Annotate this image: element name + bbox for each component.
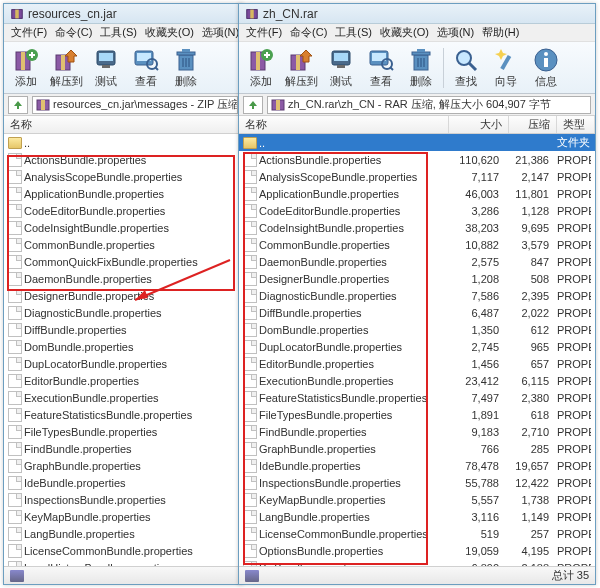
list-item-updir[interactable]: .. bbox=[4, 134, 242, 151]
col-header-packed[interactable]: 压缩 bbox=[509, 116, 557, 133]
toolbar-test[interactable]: 测试 bbox=[86, 44, 126, 92]
toolbar-add[interactable]: 添加 bbox=[6, 44, 46, 92]
list-item[interactable]: DesignerBundle.properties1,208508PROPE bbox=[239, 270, 595, 287]
menu-help[interactable]: 帮助(H) bbox=[479, 25, 522, 40]
toolbar-extract[interactable]: 解压到 bbox=[281, 44, 321, 92]
file-size: 7,497 bbox=[445, 392, 505, 404]
list-item[interactable]: LicenseCommonBundle.properties519257PROP… bbox=[239, 525, 595, 542]
menu-tools[interactable]: 工具(S) bbox=[332, 25, 375, 40]
list-item[interactable]: DomBundle.properties1,350612PROPE bbox=[239, 321, 595, 338]
toolbar-test[interactable]: 测试 bbox=[321, 44, 361, 92]
list-item[interactable]: LangBundle.properties3,1161,149PROPE bbox=[239, 508, 595, 525]
col-header-size[interactable]: 大小 bbox=[449, 116, 509, 133]
address-field[interactable]: zh_CN.rar\zh_CN - RAR 压缩, 解压大小 604,907 字… bbox=[267, 96, 591, 114]
list-item[interactable]: EditorBundle.properties bbox=[4, 372, 242, 389]
address-field[interactable]: resources_cn.jar\messages - ZIP 压缩 bbox=[32, 96, 238, 114]
col-header-name[interactable]: 名称 bbox=[4, 116, 242, 133]
list-item[interactable]: DesignerBundle.properties bbox=[4, 287, 242, 304]
toolbar-delete[interactable]: 删除 bbox=[166, 44, 206, 92]
titlebar-left[interactable]: resources_cn.jar bbox=[4, 4, 242, 24]
list-item[interactable]: CodeInsightBundle.properties38,2039,695P… bbox=[239, 219, 595, 236]
toolbar-extract[interactable]: 解压到 bbox=[46, 44, 86, 92]
file-type: PROPE bbox=[553, 426, 591, 438]
list-item[interactable]: PsiBundle.properties6,8902,188PROPE bbox=[239, 559, 595, 566]
list-item[interactable]: ActionsBundle.properties bbox=[4, 151, 242, 168]
list-item[interactable]: InspectionsBundle.properties bbox=[4, 491, 242, 508]
list-item[interactable]: IdeBundle.properties bbox=[4, 474, 242, 491]
list-item[interactable]: ExecutionBundle.properties bbox=[4, 389, 242, 406]
list-item-updir[interactable]: ..文件夹 bbox=[239, 134, 595, 151]
menu-command[interactable]: 命令(C) bbox=[287, 25, 330, 40]
list-item[interactable]: CommonQuickFixBundle.properties bbox=[4, 253, 242, 270]
list-item[interactable]: DaemonBundle.properties2,575847PROPE bbox=[239, 253, 595, 270]
list-item[interactable]: CodeEditorBundle.properties bbox=[4, 202, 242, 219]
list-item[interactable]: DiagnosticBundle.properties7,5862,395PRO… bbox=[239, 287, 595, 304]
titlebar-right[interactable]: zh_CN.rar bbox=[239, 4, 595, 24]
file-size: 1,891 bbox=[445, 409, 505, 421]
nav-up-button[interactable] bbox=[243, 96, 263, 114]
list-item[interactable]: GraphBundle.properties bbox=[4, 457, 242, 474]
menu-tools[interactable]: 工具(S) bbox=[97, 25, 140, 40]
toolbar-find[interactable]: 查找 bbox=[446, 44, 486, 92]
toolbar-wizard[interactable]: 向导 bbox=[486, 44, 526, 92]
menu-favorites[interactable]: 收藏夹(O) bbox=[142, 25, 197, 40]
file-size: 519 bbox=[445, 528, 505, 540]
toolbar-info[interactable]: 信息 bbox=[526, 44, 566, 92]
list-item[interactable]: DupLocatorBundle.properties bbox=[4, 355, 242, 372]
list-item[interactable]: ActionsBundle.properties110,62021,386PRO… bbox=[239, 151, 595, 168]
list-item[interactable]: LicenseCommonBundle.properties bbox=[4, 542, 242, 559]
list-item[interactable]: GraphBundle.properties766285PROPE bbox=[239, 440, 595, 457]
list-item[interactable]: KeyMapBundle.properties bbox=[4, 508, 242, 525]
list-item[interactable]: EditorBundle.properties1,456657PROPE bbox=[239, 355, 595, 372]
menu-command[interactable]: 命令(C) bbox=[52, 25, 95, 40]
file-packed: 2,710 bbox=[505, 426, 553, 438]
menu-file[interactable]: 文件(F) bbox=[8, 25, 50, 40]
list-item[interactable]: KeyMapBundle.properties5,5571,738PROPE bbox=[239, 491, 595, 508]
toolbar-delete[interactable]: 删除 bbox=[401, 44, 441, 92]
menu-options[interactable]: 选项(N) bbox=[434, 25, 477, 40]
list-item[interactable]: OptionsBundle.properties19,0594,195PROPE bbox=[239, 542, 595, 559]
list-item[interactable]: ExecutionBundle.properties23,4126,115PRO… bbox=[239, 372, 595, 389]
col-header-name[interactable]: 名称 bbox=[239, 116, 449, 133]
toolbar-view[interactable]: 查看 bbox=[361, 44, 401, 92]
list-item[interactable]: FileTypesBundle.properties bbox=[4, 423, 242, 440]
list-item[interactable]: FileTypesBundle.properties1,891618PROPE bbox=[239, 406, 595, 423]
list-item[interactable]: AnalysisScopeBundle.properties7,1172,147… bbox=[239, 168, 595, 185]
list-item[interactable]: LocalHistoryBundle.properties bbox=[4, 559, 242, 566]
list-item[interactable]: FeatureStatisticsBundle.properties7,4972… bbox=[239, 389, 595, 406]
file-list-right[interactable]: ..文件夹ActionsBundle.properties110,62021,3… bbox=[239, 134, 595, 566]
list-item[interactable]: FeatureStatisticsBundle.properties bbox=[4, 406, 242, 423]
toolbar-view[interactable]: 查看 bbox=[126, 44, 166, 92]
list-item[interactable]: ApplicationBundle.properties bbox=[4, 185, 242, 202]
list-item[interactable]: DupLocatorBundle.properties2,745965PROPE bbox=[239, 338, 595, 355]
list-item[interactable]: DiagnosticBundle.properties bbox=[4, 304, 242, 321]
menu-file[interactable]: 文件(F) bbox=[243, 25, 285, 40]
file-icon bbox=[8, 306, 22, 320]
file-icon bbox=[8, 272, 22, 286]
list-item[interactable]: LangBundle.properties bbox=[4, 525, 242, 542]
file-type: PROPE bbox=[553, 443, 591, 455]
list-item[interactable]: InspectionsBundle.properties55,78812,422… bbox=[239, 474, 595, 491]
list-item[interactable]: AnalysisScopeBundle.properties bbox=[4, 168, 242, 185]
list-item[interactable]: CodeEditorBundle.properties3,2861,128PRO… bbox=[239, 202, 595, 219]
file-name: InspectionsBundle.properties bbox=[259, 477, 445, 489]
list-item[interactable]: CommonBundle.properties bbox=[4, 236, 242, 253]
toolbar-add[interactable]: 添加 bbox=[241, 44, 281, 92]
list-item[interactable]: DiffBundle.properties bbox=[4, 321, 242, 338]
list-item[interactable]: IdeBundle.properties78,47819,657PROPE bbox=[239, 457, 595, 474]
list-item[interactable]: CommonBundle.properties10,8823,579PROPE bbox=[239, 236, 595, 253]
file-name: CommonBundle.properties bbox=[24, 239, 238, 251]
list-item[interactable]: CodeInsightBundle.properties bbox=[4, 219, 242, 236]
col-header-type[interactable]: 类型 bbox=[557, 116, 595, 133]
svg-rect-51 bbox=[544, 58, 548, 67]
list-item[interactable]: DaemonBundle.properties bbox=[4, 270, 242, 287]
list-item[interactable]: DomBundle.properties bbox=[4, 338, 242, 355]
list-item[interactable]: FindBundle.properties bbox=[4, 440, 242, 457]
list-item[interactable]: DiffBundle.properties6,4872,022PROPE bbox=[239, 304, 595, 321]
list-item[interactable]: ApplicationBundle.properties46,00311,801… bbox=[239, 185, 595, 202]
menu-options[interactable]: 选项(N) bbox=[199, 25, 242, 40]
nav-up-button[interactable] bbox=[8, 96, 28, 114]
file-list-left[interactable]: ..ActionsBundle.propertiesAnalysisScopeB… bbox=[4, 134, 242, 566]
list-item[interactable]: FindBundle.properties9,1832,710PROPE bbox=[239, 423, 595, 440]
menu-favorites[interactable]: 收藏夹(O) bbox=[377, 25, 432, 40]
